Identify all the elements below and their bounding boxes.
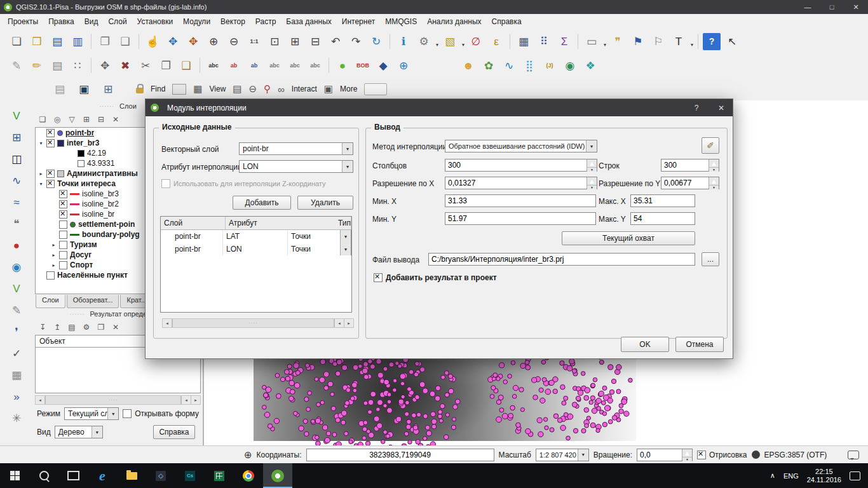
edge-button[interactable]: e <box>88 463 117 488</box>
maximize-button[interactable]: □ <box>820 0 844 14</box>
interact-label[interactable]: Interact <box>292 85 317 93</box>
vplugin-icon-15[interactable]: ✳ <box>7 410 26 426</box>
columns-spinner[interactable] <box>445 159 597 172</box>
expander-icon[interactable]: ▸ <box>51 242 57 248</box>
label-tool-icon-6[interactable]: abc <box>306 57 324 74</box>
explorer-button[interactable] <box>117 463 146 488</box>
current-extent-button[interactable]: Текущий охват <box>562 231 695 245</box>
expander-icon[interactable]: ▸ <box>51 262 57 268</box>
coordinates-input[interactable] <box>306 449 494 461</box>
menu-item[interactable]: Анализ данных <box>422 15 486 28</box>
box-icon[interactable]: ▣ <box>324 83 333 95</box>
select-expression-icon[interactable]: ε <box>487 33 505 50</box>
zoom-out-icon[interactable]: ⊖ <box>225 33 243 50</box>
browse-button[interactable]: ... <box>702 252 719 266</box>
expander-icon[interactable]: ▾ <box>38 181 44 187</box>
text-annotation-icon[interactable]: T <box>670 33 688 50</box>
identify-tool-icon[interactable]: ✕ <box>110 322 121 333</box>
remove-button[interactable]: Удалить <box>297 196 353 210</box>
max-y-input[interactable] <box>630 212 695 225</box>
toggle-editing-icon[interactable]: ✏ <box>28 57 46 74</box>
delete-selected-icon[interactable]: ✖ <box>116 57 134 74</box>
vplugin-icon-10[interactable]: ✎ <box>7 302 26 318</box>
add-result-checkbox[interactable]: Добавить результат в проект <box>374 273 497 282</box>
wave-plugin-icon[interactable]: ∿ <box>500 57 518 74</box>
layers-tool-icon[interactable]: ◎ <box>51 114 63 125</box>
rows-plugin-icon[interactable]: ▤ <box>51 81 69 98</box>
layer-checkbox[interactable] <box>59 251 67 259</box>
identify-tool-icon[interactable]: ↥ <box>51 322 63 333</box>
use-z-checkbox-box[interactable] <box>161 179 170 188</box>
scroll-right-icon[interactable] <box>344 319 353 327</box>
layer-checkbox[interactable] <box>59 210 67 219</box>
vplugin-icon-8[interactable]: ◉ <box>7 259 26 275</box>
map-tips-icon[interactable]: ❞ <box>609 33 627 50</box>
scroll-left-icon[interactable] <box>163 319 172 327</box>
minimize-button[interactable]: — <box>796 0 820 14</box>
dialog-close-button[interactable]: ✕ <box>711 99 731 116</box>
whats-this-icon[interactable]: ↖ <box>723 33 741 50</box>
menu-item[interactable]: Вектор <box>215 15 250 28</box>
zoom-native-icon[interactable]: 1:1 <box>245 33 263 50</box>
move-item-icon[interactable]: ✥ <box>184 33 202 50</box>
identify-tool-icon[interactable]: ⚙ <box>81 322 92 333</box>
composer-manager-icon[interactable]: ❑ <box>116 33 134 50</box>
new-bookmark-icon[interactable]: ⚑ <box>629 33 647 50</box>
copy-features-icon[interactable]: ❐ <box>157 57 175 74</box>
cellsize-x-spinner[interactable] <box>445 177 597 189</box>
refresh-icon[interactable]: ↻ <box>367 33 385 50</box>
select-features-icon[interactable]: ▧ <box>441 33 459 50</box>
layers-tool-icon[interactable]: ⊞ <box>81 114 92 125</box>
vplugin-icon-14[interactable]: » <box>7 389 26 405</box>
scroll-thumb[interactable] <box>45 396 181 404</box>
identify-tool-icon[interactable]: ❐ <box>95 322 107 333</box>
max-x-input[interactable] <box>630 194 695 207</box>
layer-checkbox[interactable] <box>59 261 67 269</box>
dialog-title-bar[interactable]: Модуль интерполяции ? ✕ <box>146 99 733 116</box>
scale-combo[interactable]: 1:2 807 420 <box>536 449 589 461</box>
vplugin-icon-2[interactable]: ⊞ <box>7 130 26 146</box>
interp-attribute-combo[interactable]: LON <box>239 160 353 173</box>
open-project-icon[interactable]: ❒ <box>28 33 46 50</box>
menu-item[interactable]: База данных <box>281 15 336 28</box>
rows-input[interactable] <box>661 161 709 170</box>
vplugin-icon-9[interactable]: V <box>7 281 26 297</box>
scroll-left-icon[interactable] <box>181 396 191 404</box>
render-checkbox[interactable]: Отрисовка <box>697 451 747 459</box>
cellsize-x-input[interactable] <box>445 179 587 187</box>
rotation-input[interactable] <box>637 451 682 459</box>
vplugin-icon-12[interactable]: ✓ <box>7 346 26 362</box>
label-tool-icon-1[interactable]: abc <box>205 57 222 74</box>
menu-item[interactable]: Установки <box>132 15 178 28</box>
help-icon[interactable]: ? <box>703 33 721 50</box>
feature-action-icon[interactable]: ⚙ <box>415 33 433 50</box>
rotation-spinner[interactable] <box>637 449 693 461</box>
vplugin-icon-13[interactable]: ▦ <box>7 367 26 383</box>
grid-icon[interactable]: ▦ <box>193 83 202 95</box>
zoom-last-icon[interactable]: ↶ <box>327 33 344 50</box>
openlayers-icon[interactable]: ● <box>334 57 351 74</box>
use-z-checkbox[interactable]: Использовать для интерполяции Z-координа… <box>161 179 326 188</box>
output-file-input[interactable] <box>428 253 695 266</box>
save-as-icon[interactable]: ▥ <box>69 33 86 50</box>
empty-button[interactable] <box>364 83 387 95</box>
start-button[interactable] <box>0 463 29 488</box>
crs-status-icon[interactable] <box>752 451 760 459</box>
cellsize-y-input[interactable] <box>661 179 709 187</box>
chrome-button[interactable] <box>234 463 263 488</box>
osm-plugin-icon[interactable]: ☻ <box>459 57 477 74</box>
vplugin-icon-11[interactable]: ❜ <box>7 324 26 340</box>
layer-checkbox[interactable] <box>46 180 55 188</box>
menu-item[interactable]: Модули <box>178 15 215 28</box>
layer-checkbox[interactable] <box>46 170 55 178</box>
dark-plugin-icon[interactable]: ▣ <box>75 81 93 98</box>
menu-item[interactable]: Правка <box>43 15 79 28</box>
pin-icon[interactable]: ⚲ <box>264 83 271 95</box>
layers-tool-icon[interactable]: ▽ <box>66 114 78 125</box>
taskbar-search-button[interactable] <box>29 463 58 488</box>
clock[interactable]: 22:15 24.11.2016 <box>807 468 841 484</box>
app-button-3[interactable] <box>205 463 234 488</box>
disc-icon[interactable]: ⊖ <box>249 83 257 95</box>
app-button-2[interactable]: Cs <box>175 463 205 488</box>
add-result-checkbox-box[interactable] <box>374 273 383 282</box>
